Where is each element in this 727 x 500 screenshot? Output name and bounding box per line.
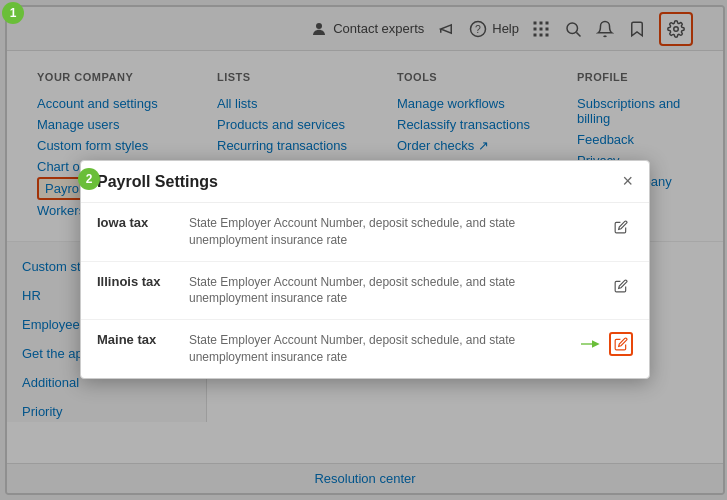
illinois-edit-icon[interactable]	[609, 274, 633, 298]
modal-close-button[interactable]: ×	[622, 171, 633, 192]
illinois-tax-row: Illinois tax State Employer Account Numb…	[81, 262, 649, 321]
modal-title: Payroll Settings	[97, 173, 218, 191]
iowa-tax-desc: State Employer Account Number, deposit s…	[189, 215, 597, 249]
step-2-badge: 2	[78, 168, 100, 190]
payroll-settings-modal: Payroll Settings × Iowa tax State Employ…	[80, 160, 650, 379]
maine-tax-row: Maine tax State Employer Account Number,…	[81, 320, 649, 378]
iowa-edit-icon[interactable]	[609, 215, 633, 239]
illinois-tax-action	[609, 274, 633, 298]
step-1-badge: 1	[2, 2, 24, 24]
illinois-tax-desc: State Employer Account Number, deposit s…	[189, 274, 597, 308]
maine-edit-icon[interactable]	[609, 332, 633, 356]
maine-tax-title: Maine tax	[97, 332, 177, 347]
maine-tax-action	[581, 332, 633, 356]
modal-header: Payroll Settings ×	[81, 161, 649, 203]
iowa-tax-title: Iowa tax	[97, 215, 177, 230]
iowa-tax-action	[609, 215, 633, 239]
illinois-tax-title: Illinois tax	[97, 274, 177, 289]
maine-arrow-indicator	[581, 336, 601, 352]
iowa-tax-row: Iowa tax State Employer Account Number, …	[81, 203, 649, 262]
maine-tax-desc: State Employer Account Number, deposit s…	[189, 332, 569, 366]
